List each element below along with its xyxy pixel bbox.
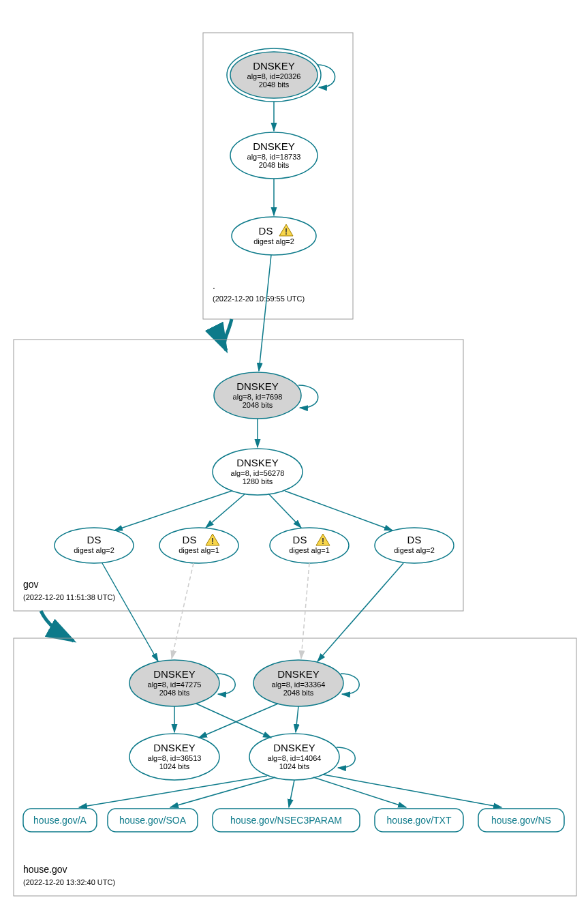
svg-text:DNSKEY: DNSKEY	[253, 60, 295, 72]
edge-zsk2-a	[79, 776, 267, 807]
node-root-ds: DS digest alg=2	[232, 217, 316, 255]
svg-text:2048 bits: 2048 bits	[283, 689, 314, 697]
edge-zsk2-soa	[170, 777, 275, 807]
svg-text:house.gov/TXT: house.gov/TXT	[387, 815, 452, 826]
svg-text:alg=8, id=36513: alg=8, id=36513	[148, 754, 202, 762]
node-gov-ds3: DS digest alg=1	[270, 528, 349, 563]
edge-zsk2-n3p	[289, 780, 294, 807]
svg-text:2048 bits: 2048 bits	[259, 161, 290, 169]
svg-text:DNSKEY: DNSKEY	[153, 668, 196, 680]
edge-hksk2-hzsk2	[296, 706, 298, 732]
svg-text:DNSKEY: DNSKEY	[277, 668, 320, 680]
svg-text:DS: DS	[259, 225, 273, 237]
svg-text:DNSKEY: DNSKEY	[253, 140, 295, 152]
edge-ds4-hksk2	[318, 563, 403, 661]
svg-text:1024 bits: 1024 bits	[279, 762, 310, 770]
node-gov-ds1: DS digest alg=2	[55, 528, 134, 563]
svg-text:2048 bits: 2048 bits	[243, 401, 273, 409]
svg-text:alg=8, id=56278: alg=8, id=56278	[231, 469, 285, 477]
svg-text:DNSKEY: DNSKEY	[236, 380, 279, 392]
svg-text:DNSKEY: DNSKEY	[153, 742, 196, 753]
edge-zsk2-ns	[323, 775, 501, 807]
svg-text:alg=8, id=7698: alg=8, id=7698	[233, 393, 283, 401]
edge-govzsk-ds4	[285, 491, 392, 530]
edge-ds1-hksk1	[102, 563, 158, 661]
edge-govzsk-ds3	[268, 494, 301, 528]
svg-text:DS: DS	[293, 534, 307, 545]
svg-text:DNSKEY: DNSKEY	[236, 457, 279, 468]
edge-hksk2-hzsk1	[199, 704, 278, 738]
edge-hksk1-hzsk2	[196, 704, 271, 738]
svg-point-27	[270, 528, 349, 563]
node-gov-ds2: DS digest alg=1	[159, 528, 238, 563]
node-house-ksk2: DNSKEY alg=8, id=33364 2048 bits	[253, 660, 343, 706]
svg-text:2048 bits: 2048 bits	[259, 80, 290, 89]
edge-govzsk-ds1	[114, 491, 232, 530]
zone-root-timestamp: (2022-12-20 10:59:55 UTC)	[213, 295, 305, 303]
svg-point-10	[232, 217, 316, 255]
svg-text:alg=8, id=47275: alg=8, id=47275	[148, 680, 202, 689]
svg-text:house.gov/SOA: house.gov/SOA	[119, 815, 187, 826]
svg-text:digest alg=2: digest alg=2	[74, 546, 114, 554]
svg-text:1024 bits: 1024 bits	[159, 762, 190, 770]
svg-text:digest alg=2: digest alg=2	[253, 237, 294, 245]
zone-house-timestamp: (2022-12-20 13:32:40 UTC)	[23, 878, 115, 886]
node-root-zsk: DNSKEY alg=8, id=18733 2048 bits	[230, 132, 318, 179]
node-gov-ds4: DS digest alg=2	[375, 528, 454, 563]
zone-gov-timestamp: (2022-12-20 11:51:38 UTC)	[23, 593, 115, 601]
svg-text:digest alg=1: digest alg=1	[179, 546, 219, 554]
svg-point-21	[55, 528, 134, 563]
svg-text:DS: DS	[407, 534, 422, 545]
edge-govzsk-ds2	[206, 494, 245, 528]
zone-gov-label: gov	[23, 579, 39, 590]
svg-text:1280 bits: 1280 bits	[243, 477, 273, 485]
svg-text:alg=8, id=33364: alg=8, id=33364	[272, 680, 326, 689]
edge-rootds-govksk	[259, 255, 271, 371]
svg-text:DS: DS	[87, 534, 102, 545]
svg-text:alg=8, id=20326: alg=8, id=20326	[247, 72, 301, 80]
svg-text:alg=8, id=14064: alg=8, id=14064	[268, 754, 322, 762]
svg-text:DS: DS	[183, 534, 197, 545]
svg-text:house.gov/NS: house.gov/NS	[491, 815, 551, 826]
node-house-zsk1: DNSKEY alg=8, id=36513 1024 bits	[129, 734, 219, 780]
svg-text:digest alg=1: digest alg=1	[289, 546, 330, 554]
svg-text:house.gov/NSEC3PARAM: house.gov/NSEC3PARAM	[230, 815, 342, 826]
zone-house-label: house.gov	[23, 864, 67, 875]
svg-text:2048 bits: 2048 bits	[159, 689, 190, 697]
node-gov-zsk: DNSKEY alg=8, id=56278 1280 bits	[213, 449, 303, 495]
svg-point-24	[159, 528, 238, 563]
svg-text:alg=8, id=18733: alg=8, id=18733	[247, 153, 301, 161]
node-house-zsk2: DNSKEY alg=8, id=14064 1024 bits	[249, 734, 339, 780]
svg-text:digest alg=2: digest alg=2	[394, 546, 435, 554]
svg-text:house.gov/A: house.gov/A	[33, 815, 87, 826]
node-gov-ksk: DNSKEY alg=8, id=7698 2048 bits	[214, 372, 301, 419]
node-house-ksk1: DNSKEY alg=8, id=47275 2048 bits	[129, 660, 219, 706]
zone-root-label: .	[213, 280, 215, 291]
zone-arrow-gov-house	[41, 611, 74, 641]
svg-point-30	[375, 528, 454, 563]
svg-text:DNSKEY: DNSKEY	[273, 742, 315, 753]
node-root-ksk: DNSKEY alg=8, id=20326 2048 bits	[227, 48, 321, 102]
zone-arrow-root-gov	[225, 319, 232, 350]
